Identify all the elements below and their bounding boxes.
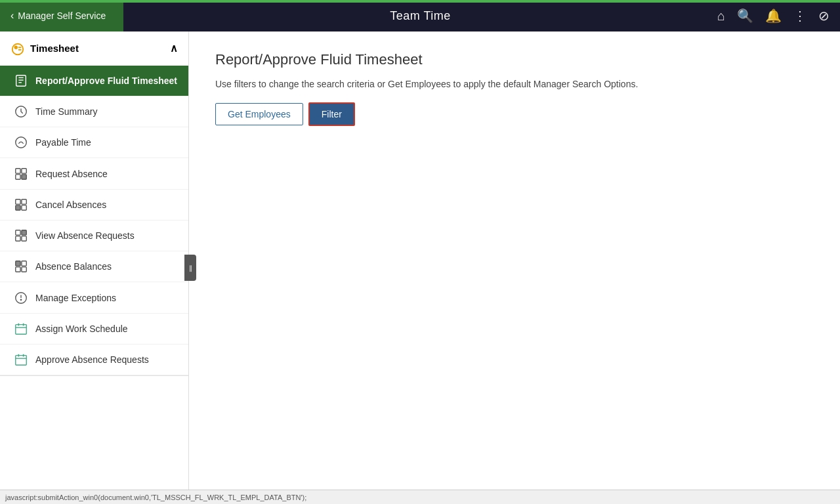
- svg-rect-11: [22, 168, 26, 173]
- main-layout: Timesheet ∧ Report/Approve Fluid Timeshe…: [0, 32, 840, 504]
- sidebar-section-timesheet: Timesheet ∧ Report/Approve Fluid Timeshe…: [0, 32, 188, 376]
- get-employees-button[interactable]: Get Employees: [215, 103, 303, 125]
- sidebar-items: Report/Approve Fluid TimesheetTime Summa…: [0, 66, 188, 376]
- statusbar-text: javascript:submitAction_win0(document.wi…: [5, 494, 306, 501]
- topbar-accent: [0, 0, 840, 3]
- filter-button[interactable]: Filter: [308, 102, 355, 126]
- sidebar-item-label-manage-exceptions: Manage Exceptions: [35, 293, 116, 303]
- topbar-actions: ⌂ 🔍 🔔 ⋮ ⊘: [717, 8, 840, 24]
- sidebar-item-icon-view-absence-requests: [13, 228, 29, 243]
- home-icon[interactable]: ⌂: [717, 9, 725, 24]
- timesheet-icon: [10, 41, 25, 56]
- sidebar-item-approve-absence-requests[interactable]: Approve Absence Requests: [0, 345, 188, 375]
- svg-rect-16: [16, 205, 20, 210]
- sidebar-item-icon-absence-balances: [13, 259, 29, 274]
- svg-rect-25: [22, 267, 26, 272]
- svg-rect-19: [22, 230, 26, 235]
- svg-point-9: [16, 137, 27, 148]
- sidebar-item-absence-balances[interactable]: Absence Balances: [0, 251, 188, 282]
- svg-rect-21: [22, 236, 26, 241]
- back-button[interactable]: ‹ Manager Self Service: [0, 0, 123, 32]
- svg-rect-29: [16, 325, 27, 335]
- sidebar-collapse-button[interactable]: ∥: [184, 255, 196, 281]
- svg-rect-17: [22, 205, 26, 210]
- sidebar-item-label-report-approve: Report/Approve Fluid Timesheet: [35, 75, 177, 86]
- svg-rect-15: [22, 200, 26, 204]
- sidebar-item-time-summary[interactable]: Time Summary: [0, 96, 188, 127]
- back-label: Manager Self Service: [18, 10, 106, 21]
- sidebar-item-label-absence-balances: Absence Balances: [35, 261, 112, 272]
- sidebar-item-label-request-absence: Request Absence: [35, 169, 108, 179]
- statusbar: javascript:submitAction_win0(document.wi…: [0, 490, 840, 504]
- svg-rect-2: [18, 47, 22, 48]
- svg-point-28: [20, 299, 22, 301]
- main-content: Report/Approve Fluid Timesheet Use filte…: [189, 32, 840, 504]
- svg-rect-12: [16, 175, 20, 179]
- page-title: Report/Approve Fluid Timesheet: [215, 51, 814, 68]
- svg-rect-3: [18, 49, 22, 51]
- sidebar-item-cancel-absences[interactable]: Cancel Absences: [0, 190, 188, 220]
- search-icon[interactable]: 🔍: [737, 8, 753, 24]
- more-icon[interactable]: ⋮: [793, 8, 807, 24]
- svg-point-1: [14, 45, 18, 49]
- sidebar-item-view-absence-requests[interactable]: View Absence Requests: [0, 220, 188, 251]
- svg-rect-13: [22, 175, 26, 179]
- collapse-icon: ∧: [170, 42, 178, 54]
- page-description: Use filters to change the search criteri…: [215, 79, 814, 89]
- sidebar-item-label-view-absence-requests: View Absence Requests: [35, 230, 135, 241]
- sidebar-item-payable-time[interactable]: Payable Time: [0, 127, 188, 158]
- svg-rect-22: [16, 261, 20, 266]
- sidebar-item-icon-assign-work-schedule: [13, 322, 29, 336]
- sidebar-item-icon-report-approve: [13, 74, 29, 88]
- sidebar-item-label-cancel-absences: Cancel Absences: [35, 200, 106, 210]
- sidebar-item-icon-payable-time: [13, 135, 29, 150]
- svg-rect-24: [16, 267, 20, 272]
- sidebar-item-manage-exceptions[interactable]: Manage Exceptions: [0, 282, 188, 313]
- app-title: Team Time: [123, 9, 717, 23]
- timesheet-section-header[interactable]: Timesheet ∧: [0, 32, 188, 66]
- sidebar-item-icon-manage-exceptions: [13, 290, 29, 304]
- svg-rect-18: [16, 230, 20, 235]
- sidebar-item-request-absence[interactable]: Request Absence: [0, 158, 188, 189]
- action-buttons: Get Employees Filter: [215, 102, 814, 126]
- svg-rect-4: [16, 75, 26, 87]
- section-label: Timesheet: [30, 43, 79, 54]
- topbar: ‹ Manager Self Service Team Time ⌂ 🔍 🔔 ⋮…: [0, 0, 840, 32]
- sidebar-item-report-approve[interactable]: Report/Approve Fluid Timesheet: [0, 66, 188, 96]
- svg-rect-33: [16, 356, 27, 366]
- no-icon[interactable]: ⊘: [818, 8, 830, 24]
- svg-point-0: [12, 43, 24, 54]
- sidebar: Timesheet ∧ Report/Approve Fluid Timeshe…: [0, 32, 189, 504]
- bell-icon[interactable]: 🔔: [765, 8, 782, 24]
- sidebar-item-label-assign-work-schedule: Assign Work Schedule: [35, 324, 128, 334]
- sidebar-item-label-approve-absence-requests: Approve Absence Requests: [35, 354, 149, 365]
- svg-rect-20: [16, 236, 20, 241]
- sidebar-item-icon-request-absence: [13, 166, 29, 180]
- back-chevron-icon: ‹: [10, 10, 14, 22]
- sidebar-item-icon-time-summary: [13, 104, 29, 119]
- svg-rect-23: [22, 261, 26, 266]
- sidebar-item-icon-approve-absence-requests: [13, 352, 29, 367]
- svg-rect-14: [16, 200, 20, 204]
- svg-rect-10: [16, 168, 20, 173]
- sidebar-item-icon-cancel-absences: [13, 198, 29, 212]
- section-header-left: Timesheet: [10, 41, 79, 56]
- sidebar-item-assign-work-schedule[interactable]: Assign Work Schedule: [0, 314, 188, 345]
- sidebar-item-label-time-summary: Time Summary: [35, 106, 97, 117]
- sidebar-item-label-payable-time: Payable Time: [35, 137, 91, 148]
